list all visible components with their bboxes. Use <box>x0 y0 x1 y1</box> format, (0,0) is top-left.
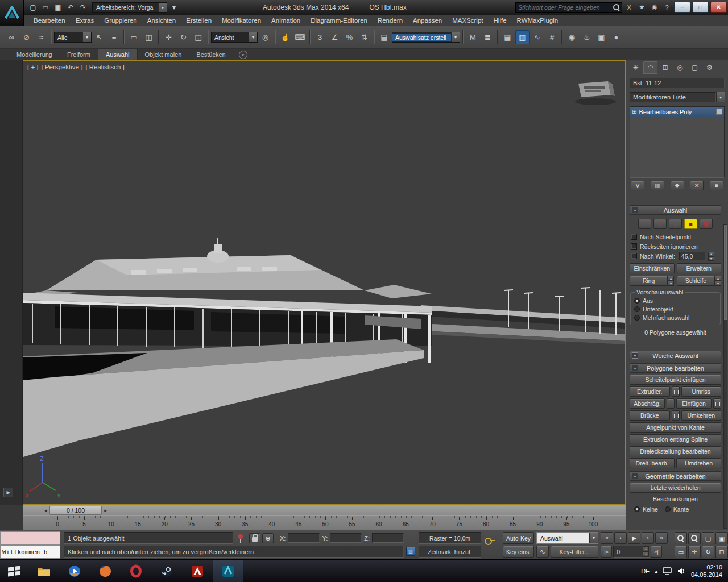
angle-value-field[interactable]: 45,0 <box>679 252 705 260</box>
taskbar-media-player[interactable] <box>59 560 90 582</box>
y-input[interactable] <box>330 533 362 543</box>
app-menu-button[interactable] <box>0 0 24 26</box>
insert-vertex-button[interactable]: Scheitelpunkt einfügen <box>630 375 721 385</box>
maximize-viewport-icon[interactable]: ⊡ <box>715 546 728 558</box>
turn-button[interactable]: Dreit. bearb. <box>630 458 675 468</box>
pin-stack-icon[interactable]: ∇ <box>631 181 644 190</box>
expand-icon[interactable]: + <box>632 352 638 359</box>
tray-expand-icon[interactable]: ▴ <box>655 568 657 574</box>
retriangulate-button[interactable]: Umdrehen <box>676 458 721 468</box>
rectangular-region-icon[interactable]: ▭ <box>127 30 141 44</box>
spin-down-icon[interactable]: ▾ <box>715 281 721 286</box>
tab-objekt-malen[interactable]: Objekt malen <box>138 49 189 60</box>
set-keys-button[interactable]: Key eins. <box>503 546 534 558</box>
reference-coordinate-dropdown[interactable]: Ansicht ▾ <box>211 32 258 43</box>
bevel-settings-icon[interactable] <box>667 398 675 409</box>
taskbar-opera[interactable] <box>121 560 151 582</box>
communication-center-icon[interactable]: ◉ <box>649 2 660 13</box>
zoom-icon[interactable] <box>675 532 687 544</box>
play-icon[interactable]: ▶ <box>628 532 640 544</box>
preview-off-option[interactable]: Aus <box>634 296 717 305</box>
ring-spinner[interactable]: ▴ ▾ <box>668 276 674 286</box>
border-mode-icon[interactable]: ◇ <box>669 219 682 229</box>
macro-recorder-field[interactable] <box>0 531 60 545</box>
next-frame-icon[interactable]: »| <box>651 546 662 558</box>
viewport-canvas[interactable]: Z x y <box>23 61 625 504</box>
taskbar-steam[interactable] <box>151 560 182 582</box>
edge-mode-icon[interactable]: ╱ <box>653 219 667 229</box>
workspace-menu-icon[interactable]: ▾ <box>168 2 180 13</box>
viewport-menu-shading[interactable]: [ Realistisch ] <box>85 64 124 70</box>
expand-panel-arrow-icon[interactable]: ▶ <box>3 488 13 497</box>
edit-named-selections-icon[interactable]: ▤ <box>377 30 391 44</box>
modifier-list-dropdown[interactable]: Modifikatoren-Liste ▾ <box>630 92 725 102</box>
select-and-scale-icon[interactable]: ◱ <box>191 30 205 44</box>
timeline-ruler[interactable]: 0 5 10 15 20 25 30 35 40 45 50 55 60 65 … <box>23 515 626 530</box>
go-to-start-icon[interactable]: « <box>601 532 613 544</box>
viewport-menu-pov[interactable]: [ Perspektive ] <box>42 64 83 70</box>
spin-down-icon[interactable]: ▾ <box>643 552 649 558</box>
extrude-settings-icon[interactable] <box>672 386 680 397</box>
chevron-down-icon[interactable]: ▾ <box>716 92 725 102</box>
viewport-menu-general[interactable]: [ + ] <box>27 64 39 70</box>
z-input[interactable] <box>372 533 404 543</box>
menu-maxscript[interactable]: MAXScript <box>447 15 488 26</box>
collapse-icon[interactable]: - <box>632 365 638 371</box>
material-editor-icon[interactable]: ◉ <box>565 30 579 44</box>
current-frame-field[interactable]: 0 ▴ ▾ <box>613 546 650 558</box>
perspective-viewport[interactable]: [ + ] [ Perspektive ] [ Realistisch ] <box>23 60 626 505</box>
collapse-icon[interactable]: - <box>632 207 638 213</box>
save-file-icon[interactable]: ▣ <box>52 2 64 13</box>
rollout-polygone-bearbeiten[interactable]: - Polygone bearbeiten <box>630 363 721 373</box>
orbit-view-icon[interactable]: ↻ <box>702 546 714 558</box>
spin-up-icon[interactable]: ▴ <box>643 546 649 552</box>
previous-frame-icon[interactable]: ◂ <box>42 505 49 515</box>
language-indicator[interactable]: DE <box>641 568 650 575</box>
radio-button[interactable] <box>634 315 640 321</box>
checkbox[interactable] <box>631 234 637 240</box>
angle-spinner[interactable]: ▴ ▾ <box>708 252 714 260</box>
chevron-down-icon[interactable]: ▾ <box>451 32 460 42</box>
curve-editor-icon[interactable]: ∿ <box>530 30 544 44</box>
start-button[interactable] <box>0 560 28 582</box>
select-and-manipulate-icon[interactable]: ☝ <box>278 30 292 44</box>
volume-icon[interactable] <box>677 567 686 575</box>
tab-display-icon[interactable]: ▢ <box>688 61 702 74</box>
key-filters-button[interactable]: Key-Filter... <box>551 546 598 558</box>
radio-button[interactable] <box>634 306 640 312</box>
ring-button[interactable]: Ring <box>630 276 668 286</box>
panel-scrollbar[interactable] <box>723 224 727 529</box>
menu-modifikatoren[interactable]: Modifikatoren <box>217 15 266 26</box>
by-angle-option[interactable]: Nach Winkel: 45,0 ▴ ▾ <box>630 251 721 261</box>
default-tangent-icon[interactable]: ∿ <box>536 546 549 558</box>
menu-bearbeiten[interactable]: Bearbeiten <box>28 15 71 26</box>
pan-view-icon[interactable]: ✛ <box>688 546 701 558</box>
remove-modifier-icon[interactable]: ✕ <box>690 181 704 190</box>
previous-frame-icon[interactable]: |« <box>601 546 612 558</box>
tab-create-icon[interactable]: ✳ <box>628 61 643 74</box>
schematic-view-icon[interactable]: # <box>545 30 559 44</box>
tab-auswahl[interactable]: Auswahl <box>98 49 138 60</box>
select-by-name-icon[interactable]: ≡ <box>107 30 121 44</box>
clock[interactable]: 02:10 04.05.2014 <box>691 564 722 579</box>
scrollbar-thumb[interactable] <box>724 225 727 320</box>
tab-motion-icon[interactable]: ◎ <box>673 61 687 74</box>
taskbar-firefox[interactable] <box>90 560 121 582</box>
select-and-link-icon[interactable]: ∞ <box>5 30 19 44</box>
use-pivot-point-icon[interactable]: ◎ <box>258 30 272 44</box>
menu-gruppieren[interactable]: Gruppieren <box>99 15 142 26</box>
bind-to-space-warp-icon[interactable]: ≈ <box>34 30 48 44</box>
collapse-icon[interactable]: - <box>632 473 638 479</box>
shrink-button[interactable]: Einschränken <box>630 263 675 273</box>
maxscript-listener-field[interactable]: Willkommen b <box>0 545 60 559</box>
percent-snap-icon[interactable]: % <box>342 30 357 44</box>
menu-animation[interactable]: Animation <box>266 15 305 26</box>
show-end-result-icon[interactable]: ▥ <box>651 181 664 190</box>
repeat-last-button[interactable]: Letzte wiederholen <box>630 483 721 493</box>
keyboard-override-icon[interactable]: ⌨ <box>293 30 307 44</box>
render-production-icon[interactable]: ● <box>609 30 623 44</box>
checkbox[interactable] <box>631 253 637 259</box>
redo-icon[interactable]: ↷ <box>77 2 89 13</box>
ignore-backfacing-option[interactable]: Rückseiten ignorieren <box>630 242 721 251</box>
rendered-frame-window-icon[interactable]: ▣ <box>594 30 609 44</box>
